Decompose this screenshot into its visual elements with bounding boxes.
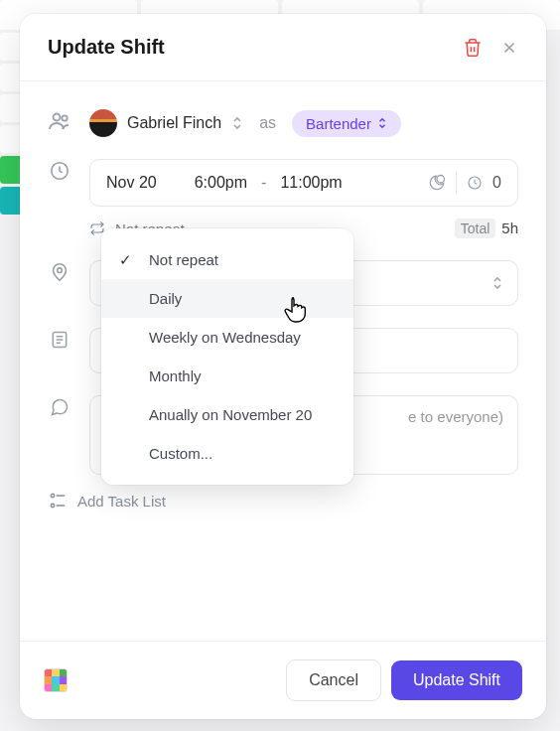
repeat-option-daily[interactable]: Daily xyxy=(101,279,353,318)
header-actions xyxy=(463,38,518,58)
time-right: 0 xyxy=(428,172,501,194)
break-icon[interactable] xyxy=(467,175,483,191)
repeat-option-annually[interactable]: Anually on November 20 xyxy=(101,395,353,434)
start-time[interactable]: 6:00pm xyxy=(195,174,247,192)
total-label: Total xyxy=(455,219,496,238)
chat-icon xyxy=(48,395,71,419)
svg-point-3 xyxy=(437,176,445,184)
add-task-list-link[interactable]: Add Task List xyxy=(89,491,518,511)
svg-point-8 xyxy=(51,504,54,507)
employee-row: Gabriel Finch as Bartender xyxy=(48,109,518,137)
total-block: Total 5h xyxy=(455,219,518,238)
time-content: Nov 20 6:00pm - 11:00pm 0 Not repeat xyxy=(89,159,518,238)
modal-body: Gabriel Finch as Bartender Nov 20 xyxy=(20,81,546,641)
trash-icon xyxy=(463,38,483,58)
svg-point-1 xyxy=(62,115,67,120)
clock-icon xyxy=(48,159,71,183)
time-row: Nov 20 6:00pm - 11:00pm 0 Not repeat xyxy=(48,159,518,238)
file-icon xyxy=(48,328,71,352)
employee-selector[interactable]: Gabriel Finch as Bartender xyxy=(89,109,518,137)
chevron-updown-icon xyxy=(491,276,503,290)
role-badge[interactable]: Bartender xyxy=(292,110,401,137)
date-value[interactable]: Nov 20 xyxy=(106,174,157,192)
repeat-option-monthly[interactable]: Monthly xyxy=(101,357,353,395)
time-dash: - xyxy=(261,174,266,192)
close-icon xyxy=(500,39,518,57)
svg-point-7 xyxy=(51,494,54,497)
cancel-button[interactable]: Cancel xyxy=(286,659,381,701)
time-card[interactable]: Nov 20 6:00pm - 11:00pm 0 xyxy=(89,159,518,207)
svg-point-5 xyxy=(58,268,63,273)
update-shift-modal: Update Shift Gabriel Finch as xyxy=(20,14,546,719)
as-word: as xyxy=(259,114,276,132)
chevron-updown-icon xyxy=(377,117,387,129)
chevron-updown-icon xyxy=(231,116,243,130)
task-link-label: Add Task List xyxy=(77,493,166,510)
modal-title: Update Shift xyxy=(48,36,165,59)
employee-name: Gabriel Finch xyxy=(127,114,221,132)
repeat-option-weekly[interactable]: Weekly on Wednesday xyxy=(101,318,353,357)
end-time[interactable]: 11:00pm xyxy=(280,174,342,192)
role-name: Bartender xyxy=(306,115,371,132)
break-count[interactable]: 0 xyxy=(492,174,501,192)
repeat-option-not-repeat[interactable]: Not repeat xyxy=(101,240,353,279)
repeat-option-custom[interactable]: Custom... xyxy=(101,434,353,473)
people-icon xyxy=(48,109,71,133)
repeat-popover: Not repeat Daily Weekly on Wednesday Mon… xyxy=(101,228,353,485)
task-list-icon xyxy=(48,491,68,511)
close-button[interactable] xyxy=(500,39,518,57)
overnight-icon[interactable] xyxy=(428,174,446,192)
notes-placeholder: e to everyone) xyxy=(408,408,503,425)
modal-footer: Cancel Update Shift xyxy=(20,641,546,719)
modal-header: Update Shift xyxy=(20,14,546,81)
location-icon xyxy=(48,260,71,284)
submit-button[interactable]: Update Shift xyxy=(391,660,522,700)
svg-point-0 xyxy=(54,114,61,121)
color-picker-button[interactable] xyxy=(44,668,68,692)
avatar xyxy=(89,109,117,137)
divider xyxy=(456,172,457,194)
total-value: 5h xyxy=(501,219,518,236)
delete-button[interactable] xyxy=(463,38,483,58)
